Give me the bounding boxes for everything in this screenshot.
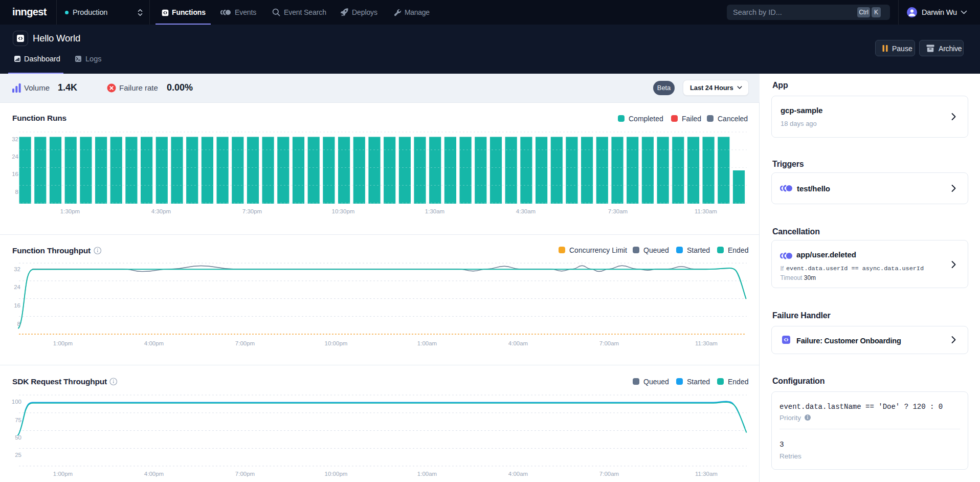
svg-text:4:30pm: 4:30pm [151, 208, 171, 214]
svg-text:1:00am: 1:00am [417, 340, 437, 346]
svg-text:7:00pm: 7:00pm [235, 471, 255, 477]
svg-text:1:00pm: 1:00pm [53, 471, 73, 477]
svg-text:7:00pm: 7:00pm [235, 340, 255, 346]
svg-text:16: 16 [12, 171, 18, 177]
svg-text:32: 32 [12, 136, 18, 142]
svg-text:10:00pm: 10:00pm [325, 471, 348, 477]
svg-text:50: 50 [15, 434, 21, 441]
svg-text:32: 32 [14, 266, 20, 272]
svg-text:16: 16 [14, 302, 20, 309]
svg-text:7:00am: 7:00am [599, 471, 619, 477]
svg-text:8: 8 [17, 321, 20, 327]
svg-text:4:00pm: 4:00pm [144, 340, 164, 346]
svg-text:1:00pm: 1:00pm [53, 340, 73, 346]
svg-text:4:00pm: 4:00pm [144, 471, 164, 477]
svg-text:4:00am: 4:00am [508, 471, 528, 477]
svg-text:4:30am: 4:30am [516, 208, 536, 214]
svg-text:100: 100 [12, 399, 21, 405]
svg-text:25: 25 [15, 452, 21, 458]
svg-text:7:30pm: 7:30pm [242, 208, 262, 214]
svg-text:1:30am: 1:30am [425, 208, 444, 214]
svg-text:7:30am: 7:30am [608, 208, 628, 214]
svg-text:1:00am: 1:00am [417, 471, 437, 477]
svg-text:7:00am: 7:00am [599, 340, 619, 346]
svg-text:11:30am: 11:30am [695, 471, 718, 477]
svg-text:1:30pm: 1:30pm [60, 208, 80, 214]
svg-text:8: 8 [15, 189, 18, 195]
svg-text:11:30am: 11:30am [695, 208, 717, 214]
svg-text:24: 24 [14, 284, 20, 290]
svg-text:24: 24 [12, 154, 18, 160]
svg-text:11:30am: 11:30am [695, 340, 718, 346]
svg-text:4:00am: 4:00am [508, 340, 528, 346]
svg-text:10:30pm: 10:30pm [332, 208, 355, 214]
svg-text:75: 75 [15, 417, 21, 423]
svg-text:10:00pm: 10:00pm [325, 340, 348, 346]
